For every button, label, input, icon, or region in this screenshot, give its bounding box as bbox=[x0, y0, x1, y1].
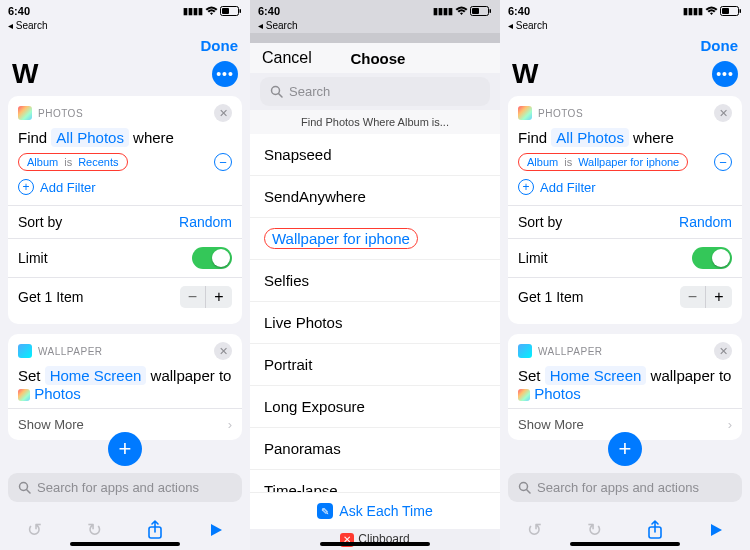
chevron-right-icon: › bbox=[228, 417, 232, 432]
clipboard-button[interactable]: ✕Clipboard bbox=[250, 529, 500, 550]
redo-icon[interactable]: ↻ bbox=[87, 519, 102, 541]
all-photos-token[interactable]: All Photos bbox=[551, 128, 629, 147]
picker-item[interactable]: Snapseed bbox=[250, 134, 500, 176]
home-indicator[interactable] bbox=[570, 542, 680, 546]
add-filter-button[interactable]: + Add Filter bbox=[518, 179, 732, 195]
stepper-minus[interactable]: − bbox=[680, 286, 706, 308]
sort-value[interactable]: Random bbox=[179, 214, 232, 230]
svg-line-15 bbox=[527, 490, 531, 494]
set-wallpaper-row[interactable]: Set Home Screen wallpaper to Photos bbox=[518, 366, 732, 402]
find-photos-row[interactable]: Find All Photos where bbox=[18, 128, 232, 147]
limit-toggle[interactable] bbox=[192, 247, 232, 269]
svg-line-10 bbox=[279, 94, 283, 98]
get-item-row: Get 1 Item − + bbox=[18, 278, 232, 316]
share-icon[interactable] bbox=[147, 520, 163, 540]
picker-nav: Cancel Choose bbox=[250, 43, 500, 73]
picker-search[interactable]: Search bbox=[260, 77, 490, 106]
actions-content: PHOTOS ✕ Find All Photos where Album is … bbox=[500, 96, 750, 473]
picker-item[interactable]: Wallpaper for iphone bbox=[250, 218, 500, 260]
picker-item[interactable]: Portrait bbox=[250, 344, 500, 386]
back-to-search[interactable]: ◂ Search bbox=[500, 20, 750, 33]
picker-title: Choose bbox=[312, 50, 444, 67]
item-stepper[interactable]: − + bbox=[180, 286, 232, 308]
status-time: 6:40 bbox=[258, 5, 280, 17]
add-action-fab[interactable]: + bbox=[108, 432, 142, 466]
sort-value[interactable]: Random bbox=[679, 214, 732, 230]
picker-item[interactable]: Long Exposure bbox=[250, 386, 500, 428]
wallpaper-action-card: WALLPAPER ✕ Set Home Screen wallpaper to… bbox=[508, 334, 742, 440]
home-screen-token[interactable]: Home Screen bbox=[45, 366, 147, 385]
remove-action-button[interactable]: ✕ bbox=[214, 342, 232, 360]
sort-by-row[interactable]: Sort by Random bbox=[18, 206, 232, 238]
redo-icon[interactable]: ↻ bbox=[587, 519, 602, 541]
phone-left: 6:40 ▮▮▮▮ ◂ Search Done W ••• PHOTOS ✕ bbox=[0, 0, 250, 550]
show-more-button[interactable]: Show More › bbox=[18, 409, 232, 432]
undo-icon[interactable]: ↺ bbox=[527, 519, 542, 541]
stepper-minus[interactable]: − bbox=[180, 286, 206, 308]
run-icon[interactable] bbox=[208, 522, 224, 538]
ask-each-time-button[interactable]: ✎ Ask Each Time bbox=[250, 492, 500, 529]
picker-item[interactable]: Selfies bbox=[250, 260, 500, 302]
svg-rect-1 bbox=[240, 9, 242, 13]
home-screen-token[interactable]: Home Screen bbox=[545, 366, 647, 385]
status-indicators: ▮▮▮▮ bbox=[433, 6, 492, 16]
sort-by-row[interactable]: Sort by Random bbox=[518, 206, 732, 238]
status-bar: 6:40 ▮▮▮▮ bbox=[500, 0, 750, 20]
find-photos-row[interactable]: Find All Photos where bbox=[518, 128, 732, 147]
album-filter-pill[interactable]: Album is Wallpaper for iphone bbox=[518, 153, 688, 171]
picker-list-wrap: Find Photos Where Album is... SnapseedSe… bbox=[250, 110, 500, 492]
sheet-backdrop bbox=[250, 33, 500, 43]
done-button[interactable]: Done bbox=[201, 37, 239, 54]
remove-filter-button[interactable]: − bbox=[214, 153, 232, 171]
phone-right: 6:40 ▮▮▮▮ ◂ Search Done W ••• PHOTOS ✕ bbox=[500, 0, 750, 550]
wifi-icon bbox=[705, 6, 718, 16]
add-action-fab[interactable]: + bbox=[608, 432, 642, 466]
picker-item[interactable]: Live Photos bbox=[250, 302, 500, 344]
action-search[interactable]: Search for apps and actions bbox=[8, 473, 242, 502]
run-icon[interactable] bbox=[708, 522, 724, 538]
undo-icon[interactable]: ↺ bbox=[27, 519, 42, 541]
status-indicators: ▮▮▮▮ bbox=[183, 6, 242, 16]
limit-toggle[interactable] bbox=[692, 247, 732, 269]
picker-item[interactable]: Panoramas bbox=[250, 428, 500, 470]
photos-variable[interactable]: Photos bbox=[534, 385, 581, 402]
status-indicators: ▮▮▮▮ bbox=[683, 6, 742, 16]
set-wallpaper-row[interactable]: Set Home Screen wallpaper to Photos bbox=[18, 366, 232, 402]
stepper-plus[interactable]: + bbox=[706, 286, 732, 308]
photos-var-icon bbox=[518, 389, 530, 401]
svg-rect-8 bbox=[472, 8, 479, 14]
wallpaper-app-icon bbox=[18, 344, 32, 358]
picker-helper: Find Photos Where Album is... bbox=[250, 110, 500, 134]
action-search[interactable]: Search for apps and actions bbox=[508, 473, 742, 502]
picker-item[interactable]: Time-lapse bbox=[250, 470, 500, 492]
item-stepper[interactable]: − + bbox=[680, 286, 732, 308]
album-filter-pill[interactable]: Album is Recents bbox=[18, 153, 128, 171]
all-photos-token[interactable]: All Photos bbox=[51, 128, 129, 147]
remove-action-button[interactable]: ✕ bbox=[714, 342, 732, 360]
status-time: 6:40 bbox=[8, 5, 30, 17]
cancel-button[interactable]: Cancel bbox=[262, 49, 312, 67]
back-to-search[interactable]: ◂ Search bbox=[250, 20, 500, 33]
search-icon bbox=[518, 481, 531, 494]
add-filter-button[interactable]: + Add Filter bbox=[18, 179, 232, 195]
svg-rect-7 bbox=[490, 9, 492, 13]
svg-line-4 bbox=[27, 490, 31, 494]
share-icon[interactable] bbox=[647, 520, 663, 540]
stepper-plus[interactable]: + bbox=[206, 286, 232, 308]
remove-action-button[interactable]: ✕ bbox=[714, 104, 732, 122]
remove-action-button[interactable]: ✕ bbox=[214, 104, 232, 122]
remove-filter-button[interactable]: − bbox=[714, 153, 732, 171]
more-button[interactable]: ••• bbox=[212, 61, 238, 87]
plus-icon: + bbox=[18, 179, 34, 195]
done-button[interactable]: Done bbox=[701, 37, 739, 54]
home-indicator[interactable] bbox=[320, 542, 430, 546]
show-more-button[interactable]: Show More › bbox=[518, 409, 732, 432]
home-indicator[interactable] bbox=[70, 542, 180, 546]
shortcut-title[interactable]: W bbox=[512, 58, 538, 90]
wallpaper-card-label: WALLPAPER bbox=[538, 346, 603, 357]
picker-item[interactable]: SendAnywhere bbox=[250, 176, 500, 218]
photos-variable[interactable]: Photos bbox=[34, 385, 81, 402]
more-button[interactable]: ••• bbox=[712, 61, 738, 87]
shortcut-title[interactable]: W bbox=[12, 58, 38, 90]
back-to-search[interactable]: ◂ Search bbox=[0, 20, 250, 33]
